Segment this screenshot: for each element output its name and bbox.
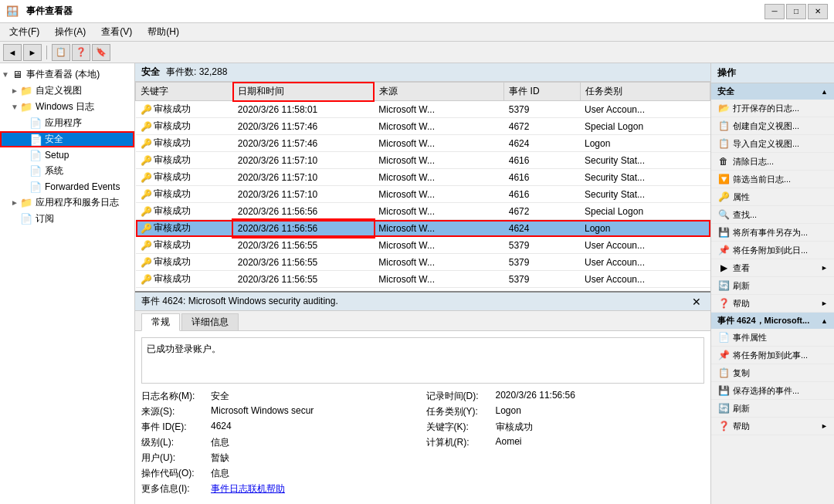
value-logname: 安全 xyxy=(211,390,229,403)
cell-datetime: 2020/3/26 11:56:55 xyxy=(233,237,374,254)
table-row[interactable]: 🔑审核成功2020/3/26 11:56:56Microsoft W...462… xyxy=(136,220,710,237)
expand-icon: ► xyxy=(11,198,20,207)
table-row[interactable]: 🔑审核成功2020/3/26 11:56:56Microsoft W...467… xyxy=(136,203,710,220)
menu-view[interactable]: 查看(V) xyxy=(95,24,138,40)
action-item-0-4[interactable]: 🔽筛选当前日志... xyxy=(711,171,834,188)
cell-eventId: 4616 xyxy=(504,186,580,203)
table-row[interactable]: 🔑审核成功2020/3/26 11:57:46Microsoft W...462… xyxy=(136,135,710,152)
action-item-0-9[interactable]: ▶查看► xyxy=(711,259,834,277)
tab-details[interactable]: 详细信息 xyxy=(181,313,239,330)
cell-task: Security Stat... xyxy=(580,152,710,169)
action-item-0-11[interactable]: ❓帮助► xyxy=(711,295,834,313)
cell-task: Special Logon xyxy=(580,203,710,220)
tree-item-security[interactable]: 📄 安全 xyxy=(0,131,134,147)
label-moreinfo: 更多信息(I): xyxy=(141,482,211,496)
maximize-button[interactable]: □ xyxy=(786,4,806,19)
toolbar-forward[interactable]: ► xyxy=(23,44,42,61)
tree-item-subscriptions[interactable]: 📄 订阅 xyxy=(0,211,134,227)
table-row[interactable]: 🔑审核成功2020/3/26 11:56:55Microsoft W...537… xyxy=(136,254,710,271)
action-item-1-4[interactable]: 🔄刷新 xyxy=(711,400,834,418)
cell-datetime: 2020/3/26 11:56:55 xyxy=(233,271,374,288)
toolbar-copy[interactable]: 📋 xyxy=(52,44,70,61)
value-recorded: 2020/3/26 11:56:56 xyxy=(496,390,575,401)
cell-eventId: 5379 xyxy=(504,271,580,288)
toolbar-help[interactable]: ❓ xyxy=(72,44,90,61)
detail-row-moreinfo: 更多信息(I): 事件日志联机帮助 xyxy=(141,482,420,496)
collapse-icon: ▲ xyxy=(821,317,828,325)
tree-item-windows-logs[interactable]: ▼ 📁 Windows 日志 xyxy=(0,99,134,115)
action-item-1-5[interactable]: ❓帮助► xyxy=(711,418,834,435)
table-row[interactable]: 🔑审核成功2020/3/26 11:57:10Microsoft W...461… xyxy=(136,169,710,186)
action-icon: 📋 xyxy=(717,120,730,132)
menu-help[interactable]: 帮助(H) xyxy=(141,24,185,40)
col-task[interactable]: 任务类别 xyxy=(580,83,710,101)
table-row[interactable]: 🔑审核成功2020/3/26 11:57:10Microsoft W...461… xyxy=(136,152,710,169)
action-item-0-2[interactable]: 📋导入自定义视图... xyxy=(711,135,834,153)
table-row[interactable]: 🔑审核成功2020/3/26 11:58:01Microsoft W...537… xyxy=(136,101,710,118)
toolbar-back[interactable]: ◄ xyxy=(3,44,22,61)
table-row[interactable]: 🔑审核成功2020/3/26 11:57:10Microsoft W...461… xyxy=(136,186,710,203)
tree-item-system[interactable]: 📄 系统 xyxy=(0,163,134,179)
action-item-0-1[interactable]: 📋创建自定义视图... xyxy=(711,117,834,135)
tree-item-setup[interactable]: 📄 Setup xyxy=(0,147,134,163)
bottom-panel-close-button[interactable]: ✕ xyxy=(689,296,704,308)
actions-section-title-1[interactable]: 事件 4624，Microsoft...▲ xyxy=(711,313,834,329)
arrow-icon: ► xyxy=(821,264,828,272)
detail-row-keyword: 关键字(K): 审核成功 xyxy=(426,421,705,434)
action-item-0-5[interactable]: 🔑属性 xyxy=(711,188,834,206)
collapse-icon: ▲ xyxy=(821,88,828,96)
menu-file[interactable]: 文件(F) xyxy=(3,24,46,40)
value-eventid: 4624 xyxy=(211,421,232,431)
label-task: 任务类别(Y): xyxy=(426,405,496,418)
action-item-1-2[interactable]: 📋复制 xyxy=(711,364,834,382)
menu-action[interactable]: 操作(A) xyxy=(49,24,92,40)
action-icon: 📄 xyxy=(717,331,730,343)
key-icon: 🔑 xyxy=(141,274,151,285)
link-moreinfo[interactable]: 事件日志联机帮助 xyxy=(211,482,285,496)
action-icon: 🔍 xyxy=(717,208,730,221)
col-keyword[interactable]: 关键字 xyxy=(136,83,233,101)
cell-datetime: 2020/3/26 11:56:56 xyxy=(233,203,374,220)
actions-section-title-0[interactable]: 安全▲ xyxy=(711,83,834,100)
action-label: 打开保存的日志... xyxy=(733,103,799,114)
key-icon: 🔑 xyxy=(141,121,151,132)
detail-row-computer: 计算机(R): Aomei xyxy=(426,436,705,449)
label-source: 来源(S): xyxy=(141,405,211,418)
tree-label: 系统 xyxy=(45,164,63,178)
action-item-1-1[interactable]: 📌将任务附加到此事... xyxy=(711,347,834,364)
value-opcode: 信息 xyxy=(211,467,229,480)
col-source[interactable]: 来源 xyxy=(374,83,503,101)
tree-item-application[interactable]: 📄 应用程序 xyxy=(0,115,134,131)
action-item-0-3[interactable]: 🗑清除日志... xyxy=(711,153,834,171)
table-row[interactable]: 🔑审核成功2020/3/26 11:57:46Microsoft W...467… xyxy=(136,118,710,135)
action-item-0-10[interactable]: 🔄刷新 xyxy=(711,277,834,295)
bottom-content: 已成功登录账户。 日志名称(M): 安全 来源(S): Microsoft Wi… xyxy=(135,331,710,504)
toolbar-bookmark[interactable]: 🔖 xyxy=(92,44,110,61)
table-row[interactable]: 🔑审核成功2020/3/26 11:56:55Microsoft W...537… xyxy=(136,237,710,254)
computer-icon: 🖥 xyxy=(11,69,23,81)
cell-keyword: 🔑审核成功 xyxy=(136,101,233,118)
col-eventid[interactable]: 事件 ID xyxy=(504,83,580,101)
tree-item-event-viewer[interactable]: ▼ 🖥 事件查看器 (本地) xyxy=(0,66,134,83)
close-button[interactable]: ✕ xyxy=(808,4,828,19)
events-table-container[interactable]: 关键字 日期和时间 来源 事件 ID 任务类别 🔑审核成功2020/3/26 1… xyxy=(135,82,710,291)
action-item-1-0[interactable]: 📄事件属性 xyxy=(711,329,834,347)
tree-item-custom-views[interactable]: ► 📁 自定义视图 xyxy=(0,83,134,99)
cell-task: Special Logon xyxy=(580,118,710,135)
tree-item-app-service[interactable]: ► 📁 应用程序和服务日志 xyxy=(0,194,134,211)
action-label: 创建自定义视图... xyxy=(733,120,799,132)
label-keyword: 关键字(K): xyxy=(426,421,496,434)
tree-item-forwarded-events[interactable]: 📄 Forwarded Events xyxy=(0,179,134,194)
action-item-0-0[interactable]: 📂打开保存的日志... xyxy=(711,100,834,117)
minimize-button[interactable]: ─ xyxy=(764,4,785,19)
tab-general[interactable]: 常规 xyxy=(141,313,180,331)
action-item-1-3[interactable]: 💾保存选择的事件... xyxy=(711,382,834,400)
table-row[interactable]: 🔑审核成功2020/3/26 11:56:55Microsoft W...537… xyxy=(136,271,710,288)
col-datetime[interactable]: 日期和时间 xyxy=(233,83,374,101)
action-item-0-8[interactable]: 📌将任务附加到此日... xyxy=(711,242,834,259)
key-icon: 🔑 xyxy=(141,206,151,217)
detail-row-task: 任务类别(Y): Logon xyxy=(426,405,705,418)
action-item-0-7[interactable]: 💾将所有事件另存为... xyxy=(711,224,834,242)
action-item-0-6[interactable]: 🔍查找... xyxy=(711,206,834,224)
bottom-panel-title: 事件 4624: Microsoft Windows security audi… xyxy=(141,295,338,308)
